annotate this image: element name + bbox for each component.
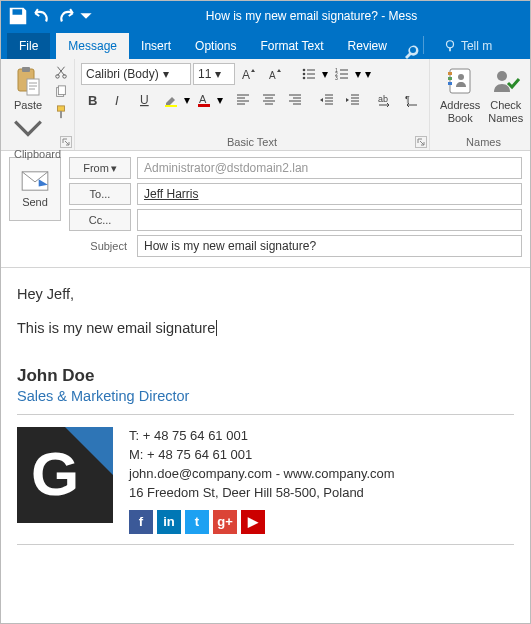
rtl-direction-icon[interactable]: ¶ <box>399 89 423 111</box>
message-header: Send From ▾ To... Jeff Harris Cc... Subj… <box>1 151 530 268</box>
undo-icon[interactable] <box>31 5 53 27</box>
to-button[interactable]: To... <box>69 183 131 205</box>
svg-rect-8 <box>58 86 65 95</box>
twitter-icon[interactable]: t <box>185 510 209 534</box>
signature-address: 16 Freedom St, Deer Hill 58-500, Poland <box>129 484 395 503</box>
check-names-button[interactable]: Check Names <box>484 63 527 127</box>
bullets-icon[interactable] <box>297 63 321 85</box>
underline-icon[interactable]: U <box>133 89 157 111</box>
font-name-value: Calibri (Body) <box>86 67 159 81</box>
signature-divider-bottom <box>17 544 514 545</box>
group-names: Address Book Check Names Names <box>430 59 531 150</box>
linkedin-icon[interactable]: in <box>157 510 181 534</box>
format-painter-icon[interactable] <box>51 103 71 121</box>
increase-indent-icon[interactable] <box>341 89 365 111</box>
send-button[interactable]: Send <box>9 157 61 221</box>
paste-label: Paste <box>14 99 42 112</box>
from-button[interactable]: From ▾ <box>69 157 131 179</box>
svg-text:3: 3 <box>335 75 338 81</box>
tell-me-search[interactable]: Tell m <box>433 33 496 59</box>
svg-rect-9 <box>58 106 65 111</box>
bold-icon[interactable]: B <box>81 89 105 111</box>
facebook-icon[interactable]: f <box>129 510 153 534</box>
address-book-button[interactable]: Address Book <box>436 63 484 127</box>
tab-insert[interactable]: Insert <box>129 33 183 59</box>
cc-field[interactable] <box>137 209 522 231</box>
chevron-down-icon[interactable]: ▾ <box>321 63 328 85</box>
numbering-icon[interactable]: 123 <box>330 63 354 85</box>
title-bar: How is my new email signature? - Mess <box>1 1 530 31</box>
group-clipboard-label: Clipboard <box>7 146 68 160</box>
align-center-icon[interactable] <box>257 89 281 111</box>
svg-point-13 <box>303 69 306 72</box>
clipboard-dialog-launcher[interactable] <box>60 136 72 148</box>
chevron-down-icon[interactable]: ▾ <box>354 63 361 85</box>
align-right-icon[interactable] <box>283 89 307 111</box>
tab-format-text[interactable]: Format Text <box>248 33 335 59</box>
message-body[interactable]: Hey Jeff, This is my new email signature… <box>1 268 530 575</box>
chevron-down-icon[interactable]: ▾ <box>183 89 190 111</box>
group-clipboard: Paste Clipboard <box>1 59 75 150</box>
signature-block: G T: + 48 75 64 61 001 M: + 48 75 64 61 … <box>17 427 514 534</box>
to-field[interactable]: Jeff Harris <box>137 183 522 205</box>
from-field[interactable] <box>137 157 522 179</box>
youtube-icon[interactable]: ▶ <box>241 510 265 534</box>
tab-options[interactable]: Options <box>183 33 248 59</box>
italic-icon[interactable]: I <box>107 89 131 111</box>
qat-customize-icon[interactable] <box>79 5 93 27</box>
decrease-indent-icon[interactable] <box>315 89 339 111</box>
ltr-direction-icon[interactable]: ab <box>373 89 397 111</box>
svg-text:B: B <box>88 93 97 108</box>
signature-phone-t: T: + 48 75 64 61 001 <box>129 427 395 446</box>
tell-me-label: Tell m <box>461 39 492 53</box>
basic-text-dialog-launcher[interactable] <box>415 136 427 148</box>
svg-rect-4 <box>27 79 39 95</box>
googleplus-icon[interactable]: g+ <box>213 510 237 534</box>
logo-letter: G <box>31 443 79 505</box>
tab-review[interactable]: Review <box>336 33 399 59</box>
to-recipient[interactable]: Jeff Harris <box>144 187 198 201</box>
redo-icon[interactable] <box>55 5 77 27</box>
signature-social: f in t g+ ▶ <box>129 510 395 534</box>
tab-message[interactable]: Message <box>56 33 129 59</box>
svg-rect-27 <box>450 69 470 93</box>
body-greeting: Hey Jeff, <box>17 286 514 302</box>
group-basic-text-label: Basic Text <box>81 134 423 148</box>
multilevel-list-icon[interactable]: ▾ <box>363 63 373 85</box>
copy-icon[interactable] <box>51 83 71 101</box>
highlight-icon[interactable] <box>159 89 183 111</box>
grow-font-icon[interactable]: A <box>237 63 261 85</box>
svg-rect-3 <box>22 67 30 72</box>
cc-button[interactable]: Cc... <box>69 209 131 231</box>
save-icon[interactable] <box>7 5 29 27</box>
send-label: Send <box>22 196 48 208</box>
subject-field[interactable] <box>137 235 522 257</box>
text-cursor <box>215 320 217 336</box>
shrink-font-icon[interactable]: A <box>263 63 287 85</box>
svg-text:A: A <box>242 68 250 82</box>
font-name-combo[interactable]: Calibri (Body) ▾ <box>81 63 191 85</box>
paste-button[interactable]: Paste <box>7 63 49 146</box>
address-book-label: Address Book <box>440 99 480 125</box>
svg-point-15 <box>303 77 306 80</box>
cut-icon[interactable] <box>51 63 71 81</box>
help-icon[interactable] <box>403 43 419 59</box>
signature-divider <box>17 414 514 415</box>
chevron-down-icon[interactable]: ▾ <box>216 89 223 111</box>
font-color-icon[interactable]: A <box>192 89 216 111</box>
signature-logo: G <box>17 427 113 523</box>
signature-phone-m: M: + 48 75 64 61 001 <box>129 446 395 465</box>
svg-point-32 <box>497 71 507 81</box>
svg-rect-22 <box>165 105 177 107</box>
signature-email-line: john.doe@company.com - www.company.com <box>129 465 395 484</box>
ribbon-tabs: File Message Insert Options Format Text … <box>1 31 530 59</box>
svg-point-14 <box>303 73 306 76</box>
subject-label: Subject <box>69 240 131 252</box>
svg-text:A: A <box>269 70 276 81</box>
from-label: From <box>83 162 109 174</box>
tab-file[interactable]: File <box>7 33 50 59</box>
font-size-combo[interactable]: 11 ▾ <box>193 63 235 85</box>
svg-point-31 <box>458 74 464 80</box>
align-left-icon[interactable] <box>231 89 255 111</box>
svg-rect-30 <box>448 82 452 85</box>
